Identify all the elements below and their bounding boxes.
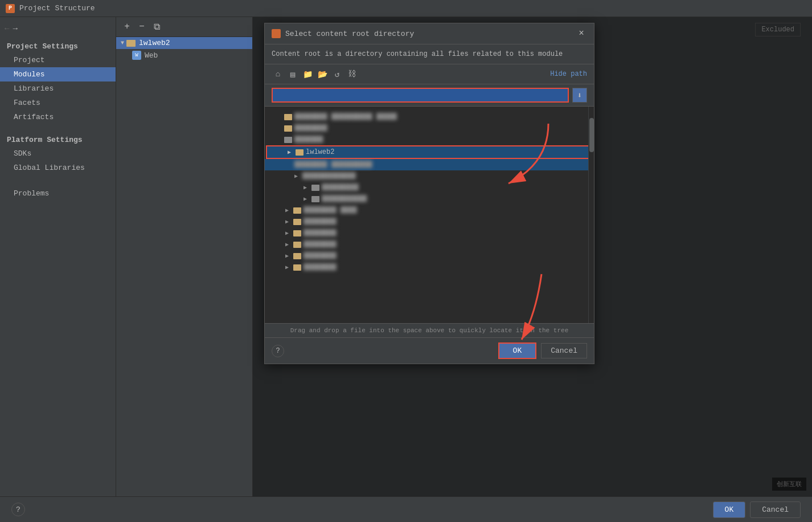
web-icon: W	[132, 51, 141, 60]
desktop-button[interactable]: ▤	[286, 68, 299, 80]
dialog-title: Select content root directory	[285, 30, 571, 38]
sync-button[interactable]: ↺	[331, 68, 343, 80]
folder-icon-2	[284, 137, 292, 143]
tree-item-0[interactable]: ████████ ██████████ █████	[265, 111, 594, 123]
dialog-footer-text: Drag and drop a file into the space abov…	[265, 323, 594, 337]
folder-icon-6	[311, 196, 319, 202]
dialog-help-button[interactable]: ?	[272, 345, 284, 357]
dialog-overlay: Select content root directory × Content …	[253, 17, 812, 496]
tree-item-5[interactable]: ▶ █████████	[265, 182, 594, 193]
module-tree-item-web[interactable]: W Web	[116, 49, 252, 62]
dialog-tree-inner: ████████ ██████████ █████ ████████ █████…	[265, 107, 594, 278]
folder-icon-7	[293, 207, 301, 214]
sidebar-item-problems[interactable]: Problems	[0, 186, 116, 201]
module-tree-panel: + − ⧉ ▼ lwlweb2 W Web	[116, 17, 253, 496]
folder-icon-12	[293, 264, 301, 271]
tree-item-6[interactable]: ▶ ███████████	[265, 193, 594, 205]
dialog-description: Content root is a directory containing a…	[265, 44, 594, 64]
dialog-buttons: ? OK Cancel	[265, 337, 594, 364]
sidebar-item-facets[interactable]: Facets	[0, 96, 116, 110]
tree-item-10[interactable]: ▶ ████████	[265, 239, 594, 250]
sidebar: ← → Project Settings Project Modules Lib…	[0, 17, 116, 496]
app-icon: P	[6, 4, 15, 13]
path-input[interactable]	[272, 88, 569, 103]
tree-item-lwlweb2[interactable]: ▶ lwlweb2	[266, 145, 593, 159]
folder-icon-8	[293, 219, 301, 225]
folder-icon-lwlweb2	[126, 40, 136, 47]
hide-path-link[interactable]: Hide path	[550, 70, 587, 78]
module-tree-item-lwlweb2[interactable]: ▼ lwlweb2	[116, 37, 252, 49]
expand-arrow-lwlweb2: ▶	[288, 149, 293, 156]
dialog-cancel-button[interactable]: Cancel	[541, 343, 587, 358]
sidebar-item-sdks[interactable]: SDKs	[0, 146, 116, 161]
tree-item-3[interactable]: ████████ ██████████	[265, 159, 594, 170]
dialog-tree-scrollbar[interactable]	[588, 107, 594, 323]
folder-icon-0	[284, 114, 292, 120]
folder-up-button[interactable]: 📂	[316, 68, 329, 80]
sidebar-item-libraries[interactable]: Libraries	[0, 81, 116, 96]
folder-icon-9	[293, 230, 301, 236]
content-area: Name: Excluded Select content root direc…	[253, 17, 812, 496]
copy-module-button[interactable]: ⧉	[150, 21, 163, 33]
sidebar-item-artifacts[interactable]: Artifacts	[0, 110, 116, 124]
path-download-button[interactable]: ⬇	[572, 88, 587, 103]
bottom-cancel-button[interactable]: Cancel	[750, 501, 801, 518]
tree-item-1[interactable]: ████████	[265, 123, 594, 134]
select-content-root-dialog: Select content root directory × Content …	[264, 23, 594, 364]
link-button[interactable]: ⛓	[346, 68, 358, 80]
bottom-ok-button[interactable]: OK	[713, 501, 746, 518]
dialog-tree[interactable]: ████████ ██████████ █████ ████████ █████…	[265, 107, 594, 323]
tree-item-2[interactable]: ███████	[265, 134, 594, 145]
tree-item-lwlweb2-label: lwlweb2	[306, 148, 334, 156]
sidebar-item-global-libraries[interactable]: Global Libraries	[0, 161, 116, 175]
forward-button[interactable]: →	[13, 24, 17, 33]
tree-item-4[interactable]: ▶ █████████████	[265, 170, 594, 182]
home-button[interactable]: ⌂	[272, 68, 284, 80]
tree-item-9[interactable]: ▶ ████████	[265, 227, 594, 239]
title-bar: P Project Structure	[0, 0, 812, 17]
sidebar-item-modules[interactable]: Modules	[0, 67, 116, 81]
module-name-web: Web	[145, 51, 158, 60]
project-settings-header: Project Settings	[0, 38, 116, 53]
app-title: Project Structure	[19, 4, 95, 13]
module-tree-toolbar: + − ⧉	[116, 17, 252, 37]
tree-item-12[interactable]: ▶ ████████	[265, 262, 594, 273]
dialog-ok-button[interactable]: OK	[498, 342, 537, 359]
main-layout: ← → Project Settings Project Modules Lib…	[0, 17, 812, 496]
dialog-app-icon	[272, 29, 281, 38]
dialog-titlebar: Select content root directory ×	[265, 23, 594, 44]
dialog-toolbar: ⌂ ▤ 📁 📂 ↺ ⛓ Hide path	[265, 64, 594, 84]
sidebar-item-project[interactable]: Project	[0, 53, 116, 67]
folder-icon-5	[311, 185, 319, 191]
back-button[interactable]: ←	[5, 24, 9, 33]
tree-item-7[interactable]: ▶ ████████ ████	[265, 205, 594, 216]
scrollbar-thumb[interactable]	[589, 118, 594, 152]
folder-icon-10	[293, 242, 301, 248]
module-name-lwlweb2: lwlweb2	[139, 39, 170, 47]
bottom-help-button[interactable]: ?	[11, 503, 25, 516]
tree-item-11[interactable]: ▶ ████████	[265, 250, 594, 262]
remove-module-button[interactable]: −	[136, 21, 148, 33]
bottom-bar: ? OK Cancel	[0, 496, 812, 522]
folder-icon-11	[293, 253, 301, 259]
dialog-close-button[interactable]: ×	[576, 28, 587, 39]
new-folder-button[interactable]: 📁	[301, 68, 314, 80]
tree-item-8[interactable]: ▶ ████████	[265, 216, 594, 227]
expand-icon: ▼	[121, 40, 124, 46]
folder-icon-lwlweb2	[296, 149, 304, 156]
folder-icon-1	[284, 125, 292, 132]
platform-settings-header: Platform Settings	[0, 131, 116, 146]
add-module-button[interactable]: +	[121, 21, 133, 33]
dialog-path-bar: ⬇	[265, 84, 594, 107]
